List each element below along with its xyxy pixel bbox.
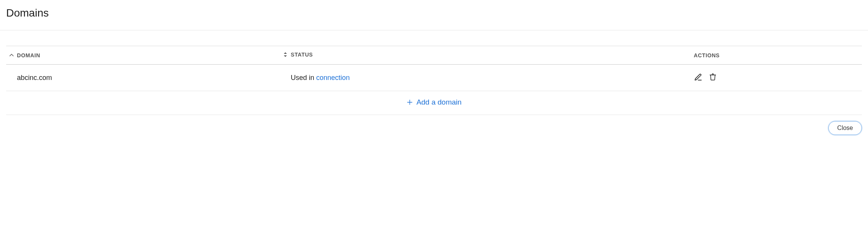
add-domain-label: Add a domain: [416, 98, 461, 107]
plus-icon: [406, 99, 413, 106]
table-header-row: DOMAIN STATUS: [6, 46, 862, 65]
column-header-actions-label: ACTIONS: [694, 52, 720, 58]
panel-footer: Close: [0, 115, 868, 141]
column-header-actions: ACTIONS: [691, 46, 862, 65]
domains-table: DOMAIN STATUS: [6, 46, 862, 115]
column-header-status-label: STATUS: [291, 52, 313, 58]
page-title: Domains: [6, 7, 862, 19]
table-row: abcinc.com Used in connection: [6, 65, 862, 91]
domain-name-cell: abcinc.com: [6, 65, 280, 91]
column-header-status[interactable]: STATUS: [280, 46, 691, 65]
domain-actions-cell: [691, 65, 862, 91]
sort-both-icon: [283, 52, 288, 58]
status-prefix-text: Used in: [291, 74, 316, 82]
domain-status-cell: Used in connection: [280, 65, 691, 91]
domains-table-wrap: DOMAIN STATUS: [0, 46, 868, 115]
add-domain-row: Add a domain: [6, 91, 862, 115]
add-domain-button[interactable]: Add a domain: [406, 98, 461, 107]
status-connection-link[interactable]: connection: [316, 74, 350, 82]
panel-header: Domains: [0, 0, 868, 30]
column-header-domain-label: DOMAIN: [17, 52, 40, 58]
domains-panel: Domains DOMAIN: [0, 0, 868, 141]
edit-icon[interactable]: [694, 73, 703, 82]
chevron-up-icon: [9, 54, 14, 57]
close-button[interactable]: Close: [828, 121, 862, 135]
column-header-domain[interactable]: DOMAIN: [6, 46, 280, 65]
trash-icon[interactable]: [709, 73, 718, 82]
